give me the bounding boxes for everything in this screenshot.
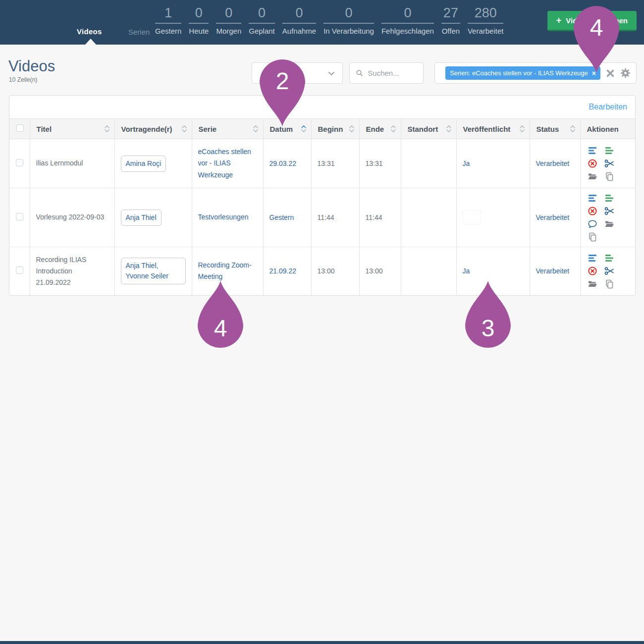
column-label: Serie <box>199 125 217 133</box>
presenter-chip[interactable]: Anja Thiel, Yvonne Seiler <box>121 258 186 284</box>
folder-icon[interactable] <box>604 219 614 229</box>
sort-icon <box>446 125 451 133</box>
details-icon[interactable] <box>588 193 597 203</box>
published-value[interactable]: Ja <box>463 160 470 167</box>
stat-geplant[interactable]: 0 Geplant <box>249 5 275 35</box>
series-link[interactable]: Testvorlesungen <box>198 212 249 223</box>
comment-icon[interactable] <box>588 219 597 229</box>
series-link[interactable]: Recording Zoom-Meeting <box>198 260 257 282</box>
sort-icon <box>570 125 575 133</box>
folder-icon[interactable] <box>588 279 597 289</box>
stat-label: Aufnahme <box>282 27 316 35</box>
published-value[interactable]: Ja <box>463 267 470 275</box>
table-topbar: Bearbeiten <box>9 96 635 118</box>
row-checkbox[interactable] <box>16 213 23 220</box>
series-link[interactable]: eCoaches stellen vor - ILIAS Werkzeuge <box>198 146 257 180</box>
row-actions <box>587 146 631 181</box>
presenter-chip[interactable]: Anja Thiel <box>121 210 161 226</box>
stat-value: 1 <box>155 5 181 24</box>
status-link[interactable]: Verarbeitet <box>536 160 570 167</box>
row-checkbox[interactable] <box>16 159 23 166</box>
column-header-aktionen: Aktionen <box>580 119 636 139</box>
chip-close-icon[interactable]: × <box>592 70 596 77</box>
duplicate-icon[interactable] <box>604 279 614 289</box>
per-page-dropdown[interactable] <box>252 62 343 84</box>
column-header-veroeffentlicht[interactable]: Veröffentlicht <box>456 119 530 139</box>
details-icon[interactable] <box>588 253 597 263</box>
end-time: 13:31 <box>366 160 383 167</box>
stat-label: Gestern <box>155 27 181 35</box>
status-link[interactable]: Verarbeitet <box>536 267 570 275</box>
search-box <box>349 62 424 84</box>
cut-icon[interactable] <box>604 206 614 216</box>
videos-table-card: Bearbeiten Titel Vortragende <box>9 95 636 296</box>
stats-bar: 1 Gestern 0 Heute 0 Morgen 0 Geplant 0 A… <box>155 5 503 35</box>
video-title: Vorlesung 2022-09-03 <box>36 213 105 221</box>
series-filter-chip[interactable]: Serien: eCoaches stellen vor - ILIAS Wer… <box>445 66 600 80</box>
stat-fehlgeschlagen[interactable]: 0 Fehlgeschlagen <box>381 5 434 35</box>
column-label: Status <box>537 125 559 133</box>
stat-in-verarbeitung[interactable]: 0 In Verarbeitung <box>323 5 374 35</box>
add-video-button[interactable]: + Video hinzufügen <box>547 11 637 31</box>
column-label: Beginn <box>318 125 343 133</box>
delete-icon[interactable] <box>588 206 597 216</box>
column-header-serie[interactable]: Serie <box>192 119 263 139</box>
column-header-status[interactable]: Status <box>530 119 580 139</box>
search-input[interactable] <box>368 69 417 77</box>
search-icon <box>356 68 363 78</box>
clear-filters-button[interactable] <box>605 68 615 78</box>
published-placeholder <box>463 210 481 225</box>
folder-icon[interactable] <box>588 171 597 181</box>
column-header-datum[interactable]: Datum <box>263 119 311 139</box>
page-title: Videos <box>8 57 55 75</box>
stat-value: 0 <box>249 5 275 24</box>
column-header-ende[interactable]: Ende <box>359 119 401 139</box>
column-header-beginn[interactable]: Beginn <box>311 119 359 139</box>
stat-label: Fehlgeschlagen <box>381 27 434 35</box>
tab-serien[interactable]: Serien <box>128 28 150 36</box>
column-label: Aktionen <box>587 125 619 133</box>
stat-verarbeitet[interactable]: 280 Verarbeitet <box>468 5 504 35</box>
row-checkbox[interactable] <box>16 267 23 274</box>
metadata-icon[interactable] <box>604 146 614 156</box>
stat-morgen[interactable]: 0 Morgen <box>216 5 241 35</box>
stat-label: Verarbeitet <box>468 27 504 35</box>
column-header-titel[interactable]: Titel <box>30 119 114 139</box>
date-link[interactable]: 21.09.22 <box>269 267 297 275</box>
tab-videos[interactable]: Videos <box>77 27 102 36</box>
details-icon[interactable] <box>588 146 597 156</box>
status-link[interactable]: Verarbeitet <box>536 214 570 221</box>
metadata-icon[interactable] <box>604 253 614 263</box>
sort-icon <box>349 125 354 133</box>
filter-settings-button[interactable] <box>620 68 631 78</box>
column-header-vortragende[interactable]: Vortragende(r) <box>114 119 192 139</box>
series-filter-label: Serien: eCoaches stellen vor - ILIAS Wer… <box>450 69 588 77</box>
plus-icon: + <box>556 16 562 25</box>
date-link[interactable]: Gestern <box>269 214 294 221</box>
stat-heute[interactable]: 0 Heute <box>189 5 209 35</box>
table-row: Ilias Lernmodul Amina Roçi eCoaches stel… <box>9 139 636 188</box>
delete-icon[interactable] <box>588 159 597 168</box>
stat-gestern[interactable]: 1 Gestern <box>155 5 181 35</box>
delete-icon[interactable] <box>588 266 597 276</box>
stat-label: Morgen <box>216 27 241 35</box>
column-label: Titel <box>37 125 52 133</box>
metadata-icon[interactable] <box>604 193 614 203</box>
sort-icon <box>253 125 258 133</box>
cut-icon[interactable] <box>604 266 614 276</box>
date-link[interactable]: 29.03.22 <box>269 160 297 167</box>
duplicate-icon[interactable] <box>604 171 614 181</box>
table-header-row: Titel Vortragende(r) Serie Datum <box>9 119 636 139</box>
start-time: 13:31 <box>318 160 335 167</box>
stat-label: Heute <box>189 27 209 35</box>
video-title: Ilias Lernmodul <box>36 159 83 167</box>
duplicate-icon[interactable] <box>588 232 597 242</box>
bearbeiten-link[interactable]: Bearbeiten <box>589 103 627 111</box>
column-label: Datum <box>270 125 293 133</box>
presenter-chip[interactable]: Amina Roçi <box>121 156 166 172</box>
cut-icon[interactable] <box>604 159 614 168</box>
select-all-checkbox[interactable] <box>16 124 24 132</box>
column-header-standort[interactable]: Standort <box>401 119 456 139</box>
stat-offen[interactable]: 27 Offen <box>441 5 460 35</box>
stat-aufnahme[interactable]: 0 Aufnahme <box>282 5 316 35</box>
